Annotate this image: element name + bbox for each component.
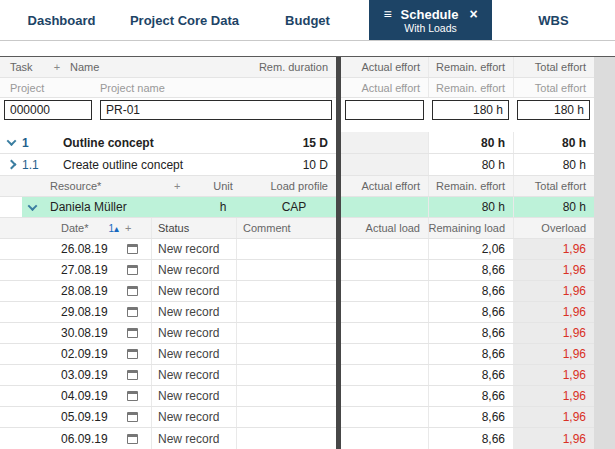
remaining-load-cell[interactable]: 8,66 [428, 344, 513, 364]
tab-project-core-data[interactable]: Project Core Data [123, 0, 246, 40]
status-cell[interactable]: New record [151, 365, 236, 385]
date-cell[interactable]: 27.08.19 [55, 260, 121, 280]
remaining-load-cell[interactable]: 8,66 [428, 407, 513, 427]
tab-label: WBS [538, 13, 568, 28]
status-cell[interactable]: New record [151, 281, 236, 301]
resource-row: Daniela Müller h CAP 80 h 80 h [0, 197, 615, 218]
remain-effort-cell[interactable]: 80 h [428, 154, 513, 175]
status-cell[interactable]: New record [151, 386, 236, 406]
comment-cell[interactable] [236, 407, 336, 427]
comment-cell[interactable] [236, 365, 336, 385]
actual-load-cell[interactable] [341, 239, 428, 259]
remaining-load-cell[interactable]: 8,66 [428, 323, 513, 343]
load-profile-cell[interactable]: CAP [252, 197, 336, 217]
remaining-load-cell[interactable]: 8,66 [428, 428, 513, 449]
comment-cell[interactable] [236, 386, 336, 406]
comment-cell[interactable] [236, 323, 336, 343]
date-picker[interactable] [121, 239, 151, 259]
date-picker[interactable] [121, 260, 151, 280]
remaining-load-cell[interactable]: 8,66 [428, 386, 513, 406]
status-cell[interactable]: New record [151, 323, 236, 343]
remain-effort-cell[interactable]: 80 h [428, 197, 513, 217]
add-task-button[interactable]: + [48, 57, 66, 77]
add-load-button[interactable]: + [121, 218, 151, 238]
expand-toggle[interactable] [0, 154, 22, 175]
chevron-down-icon [27, 201, 37, 211]
remaining-load-cell[interactable]: 8,66 [428, 302, 513, 322]
actual-effort-cell[interactable] [341, 154, 428, 175]
actual-load-cell[interactable] [341, 365, 428, 385]
date-picker[interactable] [121, 323, 151, 343]
load-profile-column-header: Load profile [252, 176, 336, 196]
date-picker[interactable] [121, 407, 151, 427]
add-resource-button[interactable]: + [174, 176, 194, 196]
project-actual-effort-input[interactable] [345, 100, 424, 120]
rem-duration-cell[interactable]: 10 D [265, 154, 336, 175]
actual-load-cell[interactable] [341, 344, 428, 364]
date-cell[interactable]: 29.08.19 [55, 302, 121, 322]
date-cell[interactable]: 02.09.19 [55, 344, 121, 364]
pane-divider[interactable] [336, 57, 341, 449]
tab-schedule[interactable]: ≡ Schedule × With Loads [369, 0, 492, 40]
date-cell[interactable]: 28.08.19 [55, 281, 121, 301]
date-picker[interactable] [121, 428, 151, 449]
resource-name-cell[interactable]: Daniela Müller [42, 197, 174, 217]
date-picker[interactable] [121, 344, 151, 364]
tab-dashboard[interactable]: Dashboard [0, 0, 123, 40]
close-icon[interactable]: × [469, 6, 477, 22]
project-total-effort-input[interactable]: 180 h [517, 100, 590, 120]
remain-effort-cell[interactable]: 80 h [428, 132, 513, 153]
remaining-load-cell[interactable]: 2,06 [428, 239, 513, 259]
actual-load-cell[interactable] [341, 302, 428, 322]
remaining-load-cell[interactable]: 8,66 [428, 281, 513, 301]
actual-load-cell[interactable] [341, 281, 428, 301]
remaining-load-cell[interactable]: 8,66 [428, 260, 513, 280]
project-id-input[interactable]: 000000 [4, 100, 92, 120]
status-column-header: Status [151, 218, 236, 238]
comment-cell[interactable] [236, 428, 336, 449]
task-name-cell[interactable]: Outline concept [55, 132, 265, 153]
scrollbar-track[interactable] [594, 57, 615, 449]
status-cell[interactable]: New record [151, 239, 236, 259]
comment-cell[interactable] [236, 260, 336, 280]
remaining-load-cell[interactable]: 8,66 [428, 365, 513, 385]
actual-load-cell[interactable] [341, 428, 428, 449]
actual-effort-cell[interactable] [341, 197, 428, 217]
actual-load-cell[interactable] [341, 407, 428, 427]
comment-cell[interactable] [236, 344, 336, 364]
status-cell[interactable]: New record [151, 428, 236, 449]
date-cell[interactable]: 05.09.19 [55, 407, 121, 427]
date-picker[interactable] [121, 365, 151, 385]
actual-effort-cell[interactable] [341, 132, 428, 153]
status-cell[interactable]: New record [151, 302, 236, 322]
actual-load-cell[interactable] [341, 386, 428, 406]
tab-wbs[interactable]: WBS [492, 0, 615, 40]
actual-load-cell[interactable] [341, 323, 428, 343]
unit-cell[interactable]: h [194, 197, 252, 217]
status-cell[interactable]: New record [151, 407, 236, 427]
date-cell[interactable]: 26.08.19 [55, 239, 121, 259]
comment-cell[interactable] [236, 302, 336, 322]
date-picker[interactable] [121, 302, 151, 322]
project-remain-effort-input[interactable]: 180 h [432, 100, 509, 120]
expand-toggle[interactable] [0, 132, 22, 153]
rem-duration-cell[interactable]: 15 D [265, 132, 336, 153]
status-cell[interactable]: New record [151, 344, 236, 364]
menu-icon[interactable]: ≡ [383, 6, 391, 22]
date-cell[interactable]: 06.09.19 [55, 428, 121, 449]
actual-load-cell[interactable] [341, 260, 428, 280]
date-picker[interactable] [121, 281, 151, 301]
task-name-cell[interactable]: Create outline concept [55, 154, 265, 175]
expand-toggle[interactable] [22, 197, 42, 217]
comment-cell[interactable] [236, 239, 336, 259]
date-cell[interactable]: 04.09.19 [55, 386, 121, 406]
project-name-input[interactable]: PR-01 [100, 100, 332, 120]
plus-icon: + [125, 222, 131, 234]
status-cell[interactable]: New record [151, 260, 236, 280]
sort-indicator[interactable]: 1▴ [108, 223, 121, 234]
date-picker[interactable] [121, 386, 151, 406]
date-cell[interactable]: 03.09.19 [55, 365, 121, 385]
tab-budget[interactable]: Budget [246, 0, 369, 40]
comment-cell[interactable] [236, 281, 336, 301]
date-cell[interactable]: 30.08.19 [55, 323, 121, 343]
